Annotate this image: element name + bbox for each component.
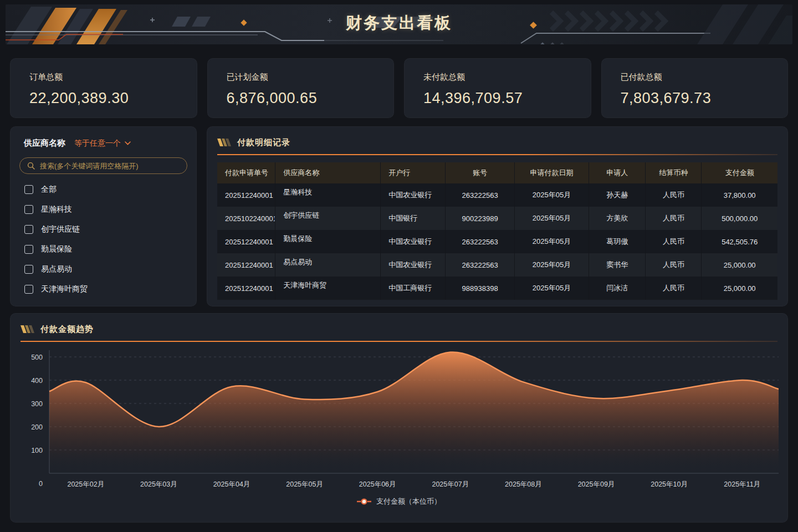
supplier-option-4[interactable]: 易点易动	[19, 259, 187, 279]
checkbox[interactable]	[24, 205, 33, 214]
legend-label: 支付金额（本位币）	[376, 497, 441, 507]
table-cell: 988938398	[445, 277, 514, 300]
table-cell: 勤晨保险	[275, 230, 380, 253]
table-cell: 202512240001	[217, 230, 275, 253]
checkbox-label: 勤晨保险	[41, 244, 72, 254]
table-cell: 202512240001	[217, 183, 275, 207]
table-cell: 263222563	[445, 183, 514, 207]
stat-value: 6,876,000.65	[227, 90, 375, 107]
table-cell: 中国工商银行	[380, 277, 445, 300]
column-header: 支付金额	[701, 162, 777, 183]
x-tick-label: 2025年10月	[651, 480, 688, 488]
filter-title: 供应商名称	[24, 138, 65, 149]
checkbox-label: 星瀚科技	[41, 204, 72, 214]
checkbox[interactable]	[24, 285, 33, 294]
stat-value: 7,803,679.73	[621, 90, 769, 107]
column-header: 开户行	[380, 162, 445, 183]
table-cell: 中国农业银行	[380, 230, 445, 253]
search-icon	[27, 162, 35, 170]
table-cell: 中国农业银行	[380, 253, 445, 277]
supplier-search[interactable]	[19, 157, 187, 174]
stat-card-order-total: 订单总额 22,200,389.30	[10, 58, 197, 118]
table-body: 202512240001星瀚科技中国农业银行2632225632025年05月孙…	[217, 183, 777, 300]
filter-operator-label: 等于任意一个	[74, 139, 121, 149]
filter-operator-dropdown[interactable]: 等于任意一个	[74, 139, 131, 149]
x-tick-label: 2025年02月	[67, 480, 104, 488]
table-row[interactable]: 2025102240001创宇供应链中国银行9002239892025年05月方…	[217, 207, 777, 230]
table-row[interactable]: 202512240001勤晨保险中国农业银行2632225632025年05月葛…	[217, 230, 777, 253]
stat-label: 已付款总额	[621, 72, 769, 83]
checkbox-label: 易点易动	[41, 264, 72, 274]
table-cell: 263222563	[445, 230, 514, 253]
checkbox-label: 全部	[41, 185, 57, 195]
y-tick-label: 400	[31, 377, 43, 385]
y-tick-label: 500	[31, 354, 43, 361]
column-header: 账号	[445, 162, 514, 183]
table-cell: 2025年05月	[514, 253, 589, 277]
payment-records-panel: 付款明细记录 付款申请单号供应商名称开户行账号申请付款日期申请人结算币种支付金额…	[207, 126, 788, 306]
supplier-option-5[interactable]: 天津海叶商贸	[19, 279, 187, 299]
table-cell: 202512240001	[217, 277, 275, 300]
table-cell: 25,000.00	[701, 277, 777, 300]
supplier-filter-panel: 供应商名称 等于任意一个 全部星瀚科技创宇供应链勤晨保险易点易动天津海叶商贸	[10, 126, 197, 306]
table-cell: 2025年05月	[514, 277, 589, 300]
panel-stripes-icon	[217, 139, 232, 146]
supplier-option-2[interactable]: 创宇供应链	[19, 219, 187, 239]
stat-card-paid-total: 已付款总额 7,803,679.73	[601, 58, 789, 118]
table-cell: 2025102240001	[217, 207, 275, 230]
chart-legend[interactable]: 支付金额（本位币）	[21, 497, 777, 507]
table-cell: 创宇供应链	[275, 207, 380, 230]
column-header: 供应商名称	[275, 162, 380, 183]
y-tick-label: 0	[39, 480, 43, 488]
table-cell: 202512240001	[217, 253, 275, 277]
stat-card-planned-amount: 已计划金额 6,876,000.65	[207, 58, 395, 118]
checkbox[interactable]	[24, 245, 33, 254]
x-tick-label: 2025年06月	[359, 480, 396, 488]
table-cell: 方美欣	[589, 207, 645, 230]
table-cell: 2025年05月	[514, 207, 589, 230]
supplier-option-1[interactable]: 星瀚科技	[19, 200, 187, 219]
panel-underline	[217, 154, 777, 155]
panel-stripes-icon	[21, 325, 35, 333]
table-cell: 25,000.00	[701, 253, 777, 277]
table-header-row: 付款申请单号供应商名称开户行账号申请付款日期申请人结算币种支付金额	[217, 162, 777, 183]
table-row[interactable]: 202512240001易点易动中国农业银行2632225632025年05月窦…	[217, 253, 777, 277]
stat-cards-row: 订单总额 22,200,389.30 已计划金额 6,876,000.65 未付…	[10, 58, 788, 118]
panel-underline	[21, 341, 777, 342]
table-cell: 中国银行	[380, 207, 445, 230]
y-tick-label: 300	[31, 400, 43, 408]
stat-label: 订单总额	[29, 72, 178, 83]
supplier-option-3[interactable]: 勤晨保险	[19, 239, 187, 259]
table-cell: 2025年05月	[514, 230, 589, 253]
table-cell: 中国农业银行	[380, 183, 445, 207]
table-cell: 人民币	[645, 183, 701, 207]
panel-title: 付款金额趋势	[40, 324, 94, 335]
table-row[interactable]: 202512240001天津海叶商贸中国工商银行9889383982025年05…	[217, 277, 777, 300]
supplier-option-0[interactable]: 全部	[19, 180, 187, 200]
stat-value: 22,200,389.30	[29, 90, 178, 107]
checkbox[interactable]	[24, 265, 33, 274]
stat-label: 未付款总额	[423, 72, 572, 83]
x-tick-label: 2025年08月	[505, 480, 542, 488]
column-header: 结算币种	[645, 162, 701, 183]
supplier-search-input[interactable]	[40, 162, 180, 170]
y-tick-label: 200	[31, 423, 43, 431]
checkbox-label: 创宇供应链	[41, 224, 80, 234]
checkbox-label: 天津海叶商贸	[41, 284, 88, 294]
table-cell: 窦书华	[589, 253, 645, 277]
table-cell: 人民币	[645, 253, 701, 277]
x-tick-label: 2025年05月	[286, 480, 323, 488]
table-cell: 900223989	[445, 207, 514, 230]
table-row[interactable]: 202512240001星瀚科技中国农业银行2632225632025年05月孙…	[217, 183, 777, 207]
stat-card-unpaid-total: 未付款总额 14,396,709.57	[404, 58, 591, 118]
checkbox[interactable]	[24, 185, 33, 194]
table-cell: 人民币	[645, 277, 701, 300]
table-cell: 人民币	[645, 230, 701, 253]
trend-chart-svg: 10020030040050002025年02月2025年03月2025年04月…	[21, 345, 779, 492]
checkbox[interactable]	[24, 225, 33, 234]
table-cell: 500,000.00	[701, 207, 777, 230]
table-cell: 2025年05月	[514, 183, 589, 207]
table-cell: 葛玥傲	[589, 230, 645, 253]
x-tick-label: 2025年09月	[578, 480, 615, 488]
x-tick-label: 2025年11月	[724, 480, 760, 488]
